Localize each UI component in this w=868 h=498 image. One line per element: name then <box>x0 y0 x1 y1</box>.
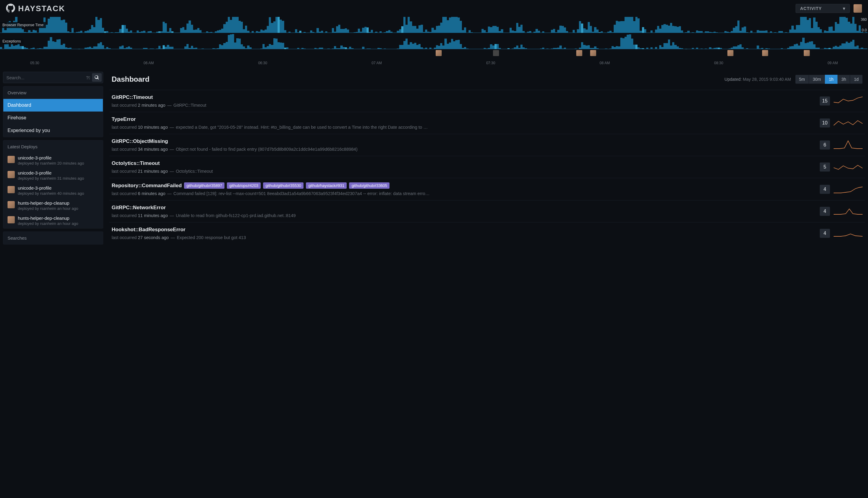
error-item[interactable]: GitRPC::ObjectMissing last occurred 34 m… <box>109 134 865 156</box>
deploy-avatar <box>8 156 15 163</box>
search-box: ?⃝ <box>3 72 103 83</box>
header-right: ACTIVITY ▾ <box>795 4 862 13</box>
activity-dropdown[interactable]: ACTIVITY ▾ <box>795 4 850 13</box>
error-title: Repository::CommandFailed <box>112 183 182 189</box>
timeline-tick: 09 AM <box>828 61 838 65</box>
error-sparkline <box>834 228 863 239</box>
brand: HAYSTACK <box>6 4 65 14</box>
search-icon <box>94 75 99 80</box>
issue-tag[interactable]: github/github#33605 <box>349 182 390 189</box>
main-header-right: Updated: May 28, 2015 9:03:40 AM 5m30m1h… <box>724 75 863 84</box>
error-item[interactable]: Repository::CommandFailed github/github#… <box>109 178 865 200</box>
issue-tag[interactable]: github/ops#4203 <box>227 182 261 189</box>
search-button[interactable] <box>92 73 102 82</box>
error-title: GitRPC::Timeout <box>112 94 153 100</box>
error-sparkline <box>834 95 863 106</box>
timeline-tick: 06:30 <box>258 61 267 65</box>
user-avatar[interactable] <box>854 4 862 13</box>
deploy-marker[interactable] <box>727 50 733 56</box>
error-item[interactable]: GitRPC::Timeout last occurred 2 minutes … <box>109 90 865 112</box>
error-item[interactable]: Hookshot::BadResponseError last occurred… <box>109 222 865 244</box>
sidebar-nav-item[interactable]: Dashboard <box>3 99 103 112</box>
deploy-marker[interactable] <box>576 50 582 56</box>
timeline-ticks: 05:3006 AM06:3007 AM07:3008 AM08:3009 AM <box>0 58 868 69</box>
deploy-avatar <box>8 216 15 223</box>
help-icon[interactable]: ?⃝ <box>84 75 92 80</box>
range-button[interactable]: 1h <box>825 75 838 84</box>
exceptions-chart[interactable]: Exceptions <box>0 33 868 50</box>
deploy-avatar <box>8 201 15 208</box>
sidebar: ?⃝ Overview DashboardFirehoseExperienced… <box>0 69 106 494</box>
error-count: 6 <box>820 141 830 149</box>
deploy-item[interactable]: unicode-3-profile deployed by rsanheim 3… <box>3 168 103 183</box>
search-input[interactable] <box>7 75 84 80</box>
deploy-subtitle: deployed by rsanheim an hour ago <box>18 206 99 211</box>
deploy-event-row <box>0 50 868 58</box>
deploy-title: unicode-3-profile <box>18 155 99 160</box>
deploy-marker[interactable] <box>436 50 442 56</box>
error-title: Octolytics::Timeout <box>112 160 159 167</box>
chevron-down-icon: ▾ <box>843 6 845 11</box>
timeline-tick: 07 AM <box>372 61 382 65</box>
timeline-tick: 05:30 <box>30 61 39 65</box>
range-button[interactable]: 3h <box>838 75 850 84</box>
error-count: 4 <box>820 229 830 238</box>
error-meta: last occurred 27 seconds ago — Expected … <box>112 235 816 240</box>
range-button[interactable]: 1d <box>850 75 863 84</box>
error-item[interactable]: TypeError last occurred 10 minutes ago —… <box>109 112 865 134</box>
error-sparkline <box>834 206 863 217</box>
browser-response-max: 360 <box>861 17 867 22</box>
deploy-avatar <box>8 186 15 193</box>
deploy-marker[interactable] <box>493 50 499 56</box>
issue-tag[interactable]: github/github#35530 <box>263 182 304 189</box>
error-meta: last occurred 2 minutes ago — GitRPC::Ti… <box>112 103 816 108</box>
deploy-marker[interactable] <box>804 50 810 56</box>
exceptions-label: Exceptions <box>0 38 23 44</box>
deploy-item[interactable]: hunts-helper-dep-cleanup deployed by rsa… <box>3 198 103 213</box>
updated-prefix: Updated: <box>724 77 742 82</box>
error-count: 15 <box>820 96 830 105</box>
timeline-tick: 08 AM <box>599 61 610 65</box>
errors-list: GitRPC::Timeout last occurred 2 minutes … <box>109 90 865 244</box>
searches-panel: Searches <box>3 232 103 245</box>
error-sparkline <box>834 118 863 128</box>
body: ?⃝ Overview DashboardFirehoseExperienced… <box>0 69 868 494</box>
searches-header: Searches <box>3 232 103 244</box>
error-count: 10 <box>820 118 830 128</box>
updated-label: Updated: May 28, 2015 9:03:40 AM <box>724 77 791 82</box>
deploy-item[interactable]: unicode-3-profile deployed by rsanheim 2… <box>3 153 103 168</box>
error-meta: last occurred 6 minutes ago — Command fa… <box>112 191 816 196</box>
error-item[interactable]: Octolytics::Timeout last occurred 21 min… <box>109 156 865 178</box>
deploys-header: Latest Deploys <box>3 141 103 153</box>
browser-response-min: 0.0 <box>861 28 867 32</box>
deploy-subtitle: deployed by rsanheim 40 minutes ago <box>18 191 99 196</box>
deploy-item[interactable]: unicode-3-profile deployed by rsanheim 4… <box>3 183 103 198</box>
error-title: GitRPC::NetworkError <box>112 205 166 211</box>
deploy-item[interactable]: hunts-helper-dep-cleanup deployed by rsa… <box>3 213 103 228</box>
error-sparkline <box>834 184 863 195</box>
sidebar-nav-item[interactable]: Experienced by you <box>3 124 103 137</box>
main-content: Dashboard Updated: May 28, 2015 9:03:40 … <box>106 69 868 494</box>
deploy-subtitle: deployed by rsanheim 31 minutes ago <box>18 176 99 181</box>
deploy-title: hunts-helper-dep-cleanup <box>18 200 99 206</box>
time-range-selector: 5m30m1h3h1d <box>795 75 863 84</box>
error-count: 5 <box>820 162 830 171</box>
issue-tag[interactable]: github/haystack#931 <box>306 182 347 189</box>
error-item[interactable]: GitRPC::NetworkError last occurred 11 mi… <box>109 200 865 222</box>
deploy-marker[interactable] <box>762 50 768 56</box>
deploy-marker[interactable] <box>590 50 596 56</box>
sidebar-nav-item[interactable]: Firehose <box>3 112 103 124</box>
range-button[interactable]: 5m <box>795 75 809 84</box>
deploy-subtitle: deployed by rsanheim an hour ago <box>18 221 99 226</box>
error-meta: last occurred 34 minutes ago — Object no… <box>112 147 816 152</box>
overview-header: Overview <box>3 87 103 99</box>
deploy-subtitle: deployed by rsanheim 20 minutes ago <box>18 161 99 166</box>
browser-response-chart[interactable]: Browser Response Time 360 0.0 <box>0 17 868 33</box>
timeline-tick: 07:30 <box>486 61 495 65</box>
deploy-title: unicode-3-profile <box>18 170 99 175</box>
deploys-panel: Latest Deploys unicode-3-profile deploye… <box>3 140 103 228</box>
error-meta: last occurred 10 minutes ago — expected … <box>112 125 816 130</box>
error-count: 4 <box>820 185 830 194</box>
issue-tag[interactable]: github/github#35897 <box>184 182 225 189</box>
range-button[interactable]: 30m <box>809 75 825 84</box>
